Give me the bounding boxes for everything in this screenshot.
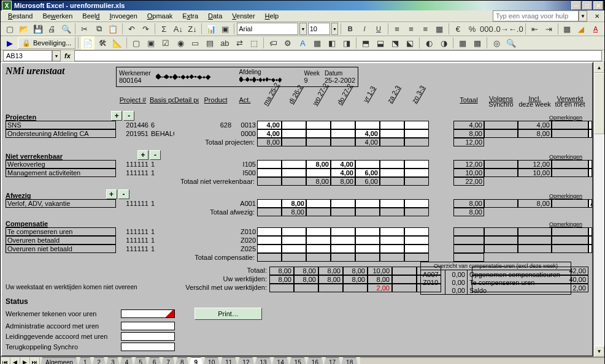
day-cell[interactable] [306,129,331,138]
day-cell[interactable] [306,121,331,129]
tab-1[interactable]: 1 [78,357,93,364]
signature-box-3[interactable] [121,343,175,351]
ctrl22-icon[interactable]: ▩ [471,36,484,50]
sum-icon[interactable]: Σ [158,22,171,36]
day-cell[interactable] [404,160,429,169]
tab-7[interactable]: 7 [161,357,175,364]
ctrl21-icon[interactable]: ▦ [456,36,469,50]
day-cell[interactable]: 4,00 [331,169,355,177]
day-cell[interactable] [404,169,429,177]
day-cell[interactable] [404,245,429,253]
help-search-dropdown[interactable]: ▼ [579,10,587,21]
new-icon[interactable]: ▢ [3,22,16,36]
ctrl2-icon[interactable]: ▣ [144,36,158,50]
day-cell[interactable] [282,227,306,236]
ctrl18-icon[interactable]: ⬕ [403,36,417,50]
menu-invoegen[interactable]: Invoegen [104,11,142,21]
ctrl19-icon[interactable]: ◐ [422,36,436,50]
tab-8[interactable]: 8 [175,357,190,364]
mdi-close-button[interactable]: ✕ [592,12,602,20]
day-cell[interactable] [380,121,404,129]
opm-cell[interactable]: ADV [588,199,592,208]
day-cell[interactable] [404,129,429,138]
ctrl7-icon[interactable]: ab [218,36,231,50]
italic-icon[interactable]: I [358,22,371,36]
section-projecten-add-button[interactable]: + [111,111,122,121]
fillcolor-icon[interactable]: ◢ [575,22,588,36]
opm-cell[interactable] [588,121,592,129]
close-button[interactable]: ✕ [593,1,603,10]
opm-cell[interactable] [588,236,592,245]
tab-16[interactable]: 16 [306,357,324,364]
font-dropdown[interactable]: ▼ [299,23,307,35]
undo-icon[interactable]: ↶ [125,22,138,36]
day-cell[interactable]: 4,00 [331,160,355,169]
ctrl11-icon[interactable]: ⚙ [281,36,295,50]
scroll-thumb[interactable] [594,73,604,134]
day-cell[interactable] [257,169,282,177]
day-cell[interactable]: 4,00 [355,129,380,138]
maximize-button[interactable]: □ [582,1,592,10]
day-cell[interactable] [355,245,380,253]
day-cell[interactable] [355,121,380,129]
day-cell[interactable] [404,199,429,208]
indent-inc-icon[interactable]: ⇥ [542,22,555,36]
fontsize-dropdown[interactable]: ▼ [331,23,339,35]
tab-6[interactable]: 6 [147,357,162,364]
vertical-scrollbar[interactable]: ▲ ▼ [593,62,604,357]
fontsize-select[interactable] [308,23,330,35]
help-search-input[interactable] [493,10,579,21]
design-icon[interactable]: 📐 [110,36,124,50]
day-cell[interactable] [331,121,355,129]
opm-cell[interactable] [588,169,592,177]
day-cell[interactable] [306,199,331,208]
day-cell[interactable] [257,160,282,169]
tab-5[interactable]: 5 [133,357,148,364]
opm-cell[interactable] [588,129,592,138]
day-cell[interactable]: 8,00 [282,199,306,208]
paste-icon[interactable]: 📋 [107,22,120,36]
day-cell[interactable] [306,236,331,245]
day-cell[interactable] [282,236,306,245]
day-cell[interactable] [331,129,355,138]
tab-14[interactable]: 14 [272,357,290,364]
day-cell[interactable] [404,121,429,129]
align-left-icon[interactable]: ≡ [391,22,404,36]
bold-icon[interactable]: B [344,22,356,36]
hscroll-track[interactable] [360,357,604,364]
inc-decimal-icon[interactable]: .0→ [495,22,508,36]
minimize-button[interactable]: ─ [571,1,581,10]
cut-icon[interactable]: ✂ [78,22,91,36]
signature-box-2[interactable] [121,332,175,341]
menu-data[interactable]: Data [203,11,227,21]
day-cell[interactable]: 6,00 [355,169,380,177]
preview-icon[interactable]: 🔍 [60,22,72,36]
fx-icon[interactable]: fx [64,52,71,59]
tab-18[interactable]: 18 [341,357,358,364]
drawing-icon[interactable]: ▣ [218,22,231,36]
ctrl9-icon[interactable]: ⬚ [247,36,261,50]
scroll-up-icon[interactable]: ▲ [594,62,604,73]
menu-help[interactable]: Help [260,11,284,21]
tab-15[interactable]: 15 [289,357,307,364]
sort-za-icon[interactable]: Z↓ [186,22,199,36]
ctrl10-icon[interactable]: 🏷 [266,36,280,50]
save-icon[interactable]: 💾 [31,22,44,36]
copy-icon[interactable]: ⧉ [93,22,106,36]
formula-bar[interactable] [74,50,602,61]
day-cell[interactable] [380,245,404,253]
signature-box-1[interactable] [121,322,175,330]
day-cell[interactable] [306,245,331,253]
ctrl5-icon[interactable]: ▭ [188,36,202,50]
ctrl24-icon[interactable]: 🔍 [504,36,518,50]
sort-az-icon[interactable]: A↓ [172,22,185,36]
fontcolor-icon[interactable]: A [589,22,602,36]
section-afwezig-remove-button[interactable]: - [118,189,129,199]
borders-icon[interactable]: ▦ [561,22,574,36]
ctrl13-icon[interactable]: ◧ [325,36,339,50]
menu-bestand[interactable]: Bestand [3,11,37,21]
menu-opmaak[interactable]: Opmaak [142,11,178,21]
day-cell[interactable] [355,236,380,245]
day-cell[interactable] [380,129,404,138]
scroll-down-icon[interactable]: ▼ [594,346,604,357]
